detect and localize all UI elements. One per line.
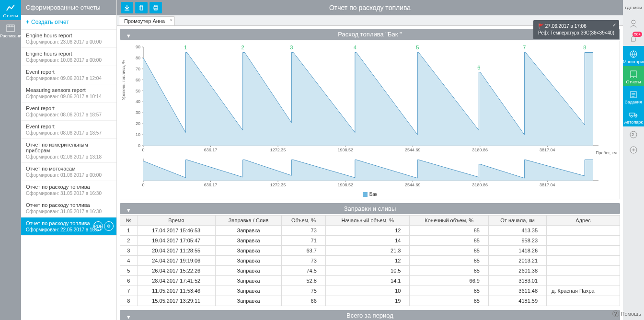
report-time: Сформирован: 02.06.2017 в 13:18 bbox=[26, 154, 112, 160]
content-scroll[interactable]: ▾ Расход топлива "Бак " Уровень топлива,… bbox=[117, 26, 623, 320]
column-header: Объем, % bbox=[282, 216, 326, 226]
close-icon[interactable]: × bbox=[170, 18, 172, 23]
svg-text:80: 80 bbox=[136, 56, 140, 60]
svg-text:90: 90 bbox=[136, 45, 140, 49]
column-header: Время bbox=[137, 216, 215, 226]
table-row: 628.04.2017 17:41:52Заправка52.814.166.9… bbox=[120, 276, 620, 286]
refills-panel-header[interactable]: ▾ Заправки и сливы bbox=[120, 203, 620, 214]
main-area: Отчет по расходу топлива Промоутер Анна … bbox=[117, 0, 623, 320]
svg-text:1908.52: 1908.52 bbox=[337, 148, 353, 152]
column-header: Адрес bbox=[547, 216, 620, 226]
chevron-down-icon: ▾ bbox=[125, 313, 132, 319]
help-link[interactable]: ? Помощь bbox=[612, 310, 642, 317]
nav-extra1[interactable]: 2 bbox=[623, 126, 644, 142]
leftnav-reports[interactable]: Отчеты bbox=[0, 0, 21, 20]
chevron-down-icon: ▾ bbox=[125, 32, 132, 38]
svg-text:50: 50 bbox=[136, 89, 140, 93]
notification-tooltip: 27.06.2017 в 17:06 Реф: Температура 39С(… bbox=[533, 20, 619, 39]
report-title: Event report bbox=[26, 124, 112, 129]
svg-text:0: 0 bbox=[142, 183, 144, 187]
x-axis-label: Пробег, км bbox=[596, 150, 617, 155]
chart-legend: Бак bbox=[122, 192, 618, 197]
svg-text:7: 7 bbox=[523, 45, 526, 50]
app-logo: ГДЕ МОИ bbox=[623, 0, 644, 15]
report-time: Сформирован: 09.06.2017 в 10:14 bbox=[26, 94, 112, 99]
print-button[interactable] bbox=[150, 2, 162, 13]
table-row: 526.04.2017 15:22:26Заправка74.510.58526… bbox=[120, 266, 620, 276]
chevron-down-icon: ▾ bbox=[125, 206, 132, 212]
tracker-tab[interactable]: Промоутер Анна × bbox=[119, 16, 175, 25]
report-title: Отчет по расходу топлива bbox=[26, 184, 112, 190]
svg-text:30: 30 bbox=[136, 110, 140, 115]
svg-text:60: 60 bbox=[136, 78, 140, 82]
report-title: Отчет по измерительным приборам bbox=[26, 142, 112, 153]
nav-tasks[interactable]: Задания bbox=[623, 86, 644, 106]
nav-reports[interactable]: Отчеты bbox=[623, 66, 644, 86]
period-panel-header[interactable]: ▾ Всего за период bbox=[120, 310, 620, 320]
table-row: 815.05.2017 13:29:11Заправка6619854181.5… bbox=[120, 296, 620, 306]
nav-monitoring[interactable]: Мониторинг bbox=[623, 46, 644, 66]
report-time: Сформирован: 08.06.2017 в 18:57 bbox=[26, 130, 112, 136]
table-row: 320.04.2017 11:28:55Заправка63.721.38514… bbox=[120, 246, 620, 256]
report-time: Сформирован: 31.05.2017 в 16:30 bbox=[26, 209, 112, 214]
svg-text:1272.35: 1272.35 bbox=[270, 148, 286, 152]
report-title: Отчет по расходу топлива bbox=[26, 202, 112, 208]
report-title: Measuring sensors report bbox=[26, 87, 112, 93]
download-button[interactable] bbox=[121, 2, 133, 13]
right-nav-rail: ГДЕ МОИ 50+ Мониторинг Отчеты Задания Ав… bbox=[623, 0, 644, 320]
pdf-icon[interactable]: PDF bbox=[93, 221, 103, 231]
reports-list: Engine hours reportСформирован: 23.06.20… bbox=[21, 30, 116, 320]
report-item[interactable]: Отчет по измерительным приборамСформиров… bbox=[21, 139, 116, 163]
nav-fleet[interactable]: Автопарк bbox=[623, 106, 644, 126]
svg-text:40: 40 bbox=[136, 99, 140, 104]
refills-table: №ВремяЗаправка / СливОбъем, %Начальный о… bbox=[120, 215, 620, 306]
report-title: Event report bbox=[26, 69, 112, 75]
svg-text:4: 4 bbox=[354, 45, 356, 50]
check-icon[interactable]: ✓ bbox=[612, 22, 616, 29]
svg-text:636.17: 636.17 bbox=[204, 183, 218, 187]
leftnav-schedule[interactable]: Расписание bbox=[0, 20, 21, 40]
nav-extra2[interactable] bbox=[623, 142, 644, 157]
svg-text:2: 2 bbox=[632, 132, 634, 137]
svg-text:2: 2 bbox=[242, 45, 244, 50]
report-item[interactable]: Engine hours reportСформирован: 23.06.20… bbox=[21, 30, 116, 48]
report-item[interactable]: Отчет по моточасамСформирован: 01.06.201… bbox=[21, 163, 116, 181]
column-header: Конечный объем, % bbox=[410, 216, 489, 226]
report-item[interactable]: Отчет по расходу топливаСформирован: 31.… bbox=[21, 199, 116, 217]
report-title: Engine hours report bbox=[26, 51, 112, 57]
svg-text:636.17: 636.17 bbox=[204, 148, 218, 152]
overview-chart-svg[interactable]: 0636.171272.351908.522544.693180.863817.… bbox=[134, 156, 608, 189]
report-title: Engine hours report bbox=[26, 33, 112, 38]
notifications-icon[interactable]: 50+ bbox=[623, 31, 644, 46]
table-row: 424.04.2017 19:19:06Заправка7312852013.2… bbox=[120, 256, 620, 266]
delete-button[interactable] bbox=[135, 2, 148, 13]
svg-text:8: 8 bbox=[583, 45, 586, 50]
report-item[interactable]: Event reportСформирован: 08.06.2017 в 18… bbox=[21, 103, 116, 121]
topbar: Отчет по расходу топлива bbox=[117, 0, 623, 15]
svg-text:1272.35: 1272.35 bbox=[270, 183, 286, 187]
y-axis-label: Уровень топлива, % bbox=[121, 60, 126, 100]
report-item[interactable]: Отчет по расходу топливаСформирован: 22.… bbox=[21, 217, 116, 236]
badge: 50+ bbox=[632, 32, 642, 37]
reports-sidebar: Сформированные отчеты +Создать отчет Eng… bbox=[21, 0, 117, 320]
plus-icon: + bbox=[26, 19, 29, 25]
report-item[interactable]: Event reportСформирован: 08.06.2017 в 18… bbox=[21, 121, 116, 139]
svg-rect-66 bbox=[631, 71, 636, 77]
column-header: № bbox=[120, 216, 138, 226]
svg-text:0: 0 bbox=[142, 148, 144, 152]
report-item[interactable]: Event reportСформирован: 09.06.2017 в 12… bbox=[21, 66, 116, 84]
create-report-button[interactable]: +Создать отчет bbox=[21, 15, 116, 30]
table-row: 117.04.2017 15:46:53Заправка731285413.35 bbox=[120, 226, 620, 236]
report-item[interactable]: Engine hours reportСформирован: 10.06.20… bbox=[21, 48, 116, 66]
report-item[interactable]: Measuring sensors reportСформирован: 09.… bbox=[21, 84, 116, 103]
report-item[interactable]: Отчет по расходу топливаСформирован: 31.… bbox=[21, 181, 116, 199]
svg-rect-0 bbox=[7, 25, 14, 32]
page-title: Отчет по расходу топлива bbox=[329, 4, 411, 11]
user-icon[interactable] bbox=[623, 15, 644, 31]
gear-icon[interactable]: ⚙ bbox=[104, 221, 114, 231]
svg-point-64 bbox=[632, 20, 635, 24]
report-title: Event report bbox=[26, 105, 112, 111]
column-header: Заправка / Слив bbox=[215, 216, 281, 226]
column-header: Начальный объем, % bbox=[325, 216, 410, 226]
report-time: Сформирован: 01.06.2017 в 00:00 bbox=[26, 172, 112, 178]
